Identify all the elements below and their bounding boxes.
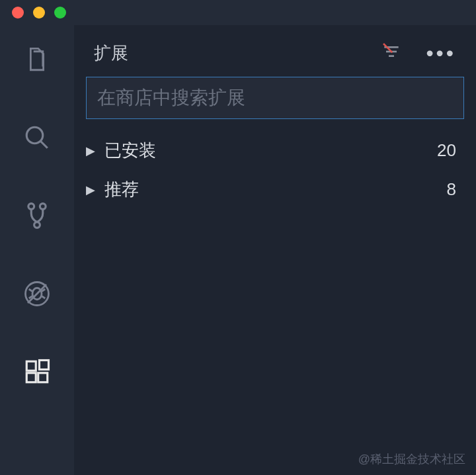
chevron-right-icon: ▶ xyxy=(86,144,95,158)
svg-point-4 xyxy=(34,222,40,228)
ellipsis-icon: ••• xyxy=(426,41,456,65)
more-actions-button[interactable]: ••• xyxy=(426,42,456,64)
extensions-search-input[interactable] xyxy=(86,77,464,119)
activity-search[interactable] xyxy=(21,123,53,155)
activity-debug[interactable] xyxy=(21,279,53,311)
activity-source-control[interactable] xyxy=(21,201,53,233)
search-icon xyxy=(23,124,51,154)
svg-rect-14 xyxy=(38,373,48,382)
svg-rect-13 xyxy=(26,373,36,382)
svg-rect-12 xyxy=(26,361,36,370)
panel-header: 扩展 ••• xyxy=(74,25,476,77)
section-installed[interactable]: ▶ 已安装 20 xyxy=(74,131,476,170)
bug-disabled-icon xyxy=(23,280,51,310)
section-label: 已安装 xyxy=(104,139,156,162)
section-label: 推荐 xyxy=(104,178,139,201)
section-count: 8 xyxy=(447,179,456,200)
filter-button[interactable] xyxy=(381,41,402,65)
svg-point-3 xyxy=(40,204,46,210)
activity-explorer[interactable] xyxy=(21,45,53,77)
window-titlebar xyxy=(0,0,476,25)
extensions-icon xyxy=(23,358,51,388)
section-count: 20 xyxy=(437,140,456,161)
extensions-panel: 扩展 ••• xyxy=(74,25,476,475)
svg-line-7 xyxy=(29,289,32,292)
files-icon xyxy=(23,46,51,76)
svg-line-1 xyxy=(40,141,48,148)
section-recommended[interactable]: ▶ 推荐 8 xyxy=(74,170,476,209)
watermark-text: @稀土掘金技术社区 xyxy=(358,451,465,467)
svg-point-0 xyxy=(26,127,43,144)
window-maximize-button[interactable] xyxy=(54,7,66,19)
svg-point-2 xyxy=(28,204,34,210)
svg-line-10 xyxy=(42,296,45,299)
svg-rect-15 xyxy=(40,361,49,370)
chevron-right-icon: ▶ xyxy=(86,183,95,197)
panel-title: 扩展 xyxy=(94,42,128,65)
filter-icon xyxy=(381,53,402,64)
source-control-icon xyxy=(23,202,51,232)
window-minimize-button[interactable] xyxy=(33,7,45,19)
activity-extensions[interactable] xyxy=(21,357,53,389)
activity-bar xyxy=(0,25,74,475)
window-close-button[interactable] xyxy=(12,7,24,19)
